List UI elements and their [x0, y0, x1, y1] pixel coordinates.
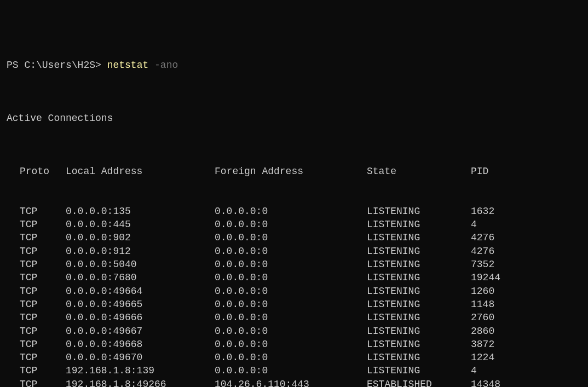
cell-local: 0.0.0.0:445	[66, 218, 215, 231]
cell-proto: TCP	[20, 271, 66, 284]
cell-local: 0.0.0.0:49666	[66, 311, 215, 324]
header-pid: PID	[471, 165, 488, 178]
table-row: TCP0.0.0.0:496650.0.0.0:0LISTENING1148	[20, 298, 581, 311]
cell-state: LISTENING	[367, 258, 471, 271]
header-local: Local Address	[66, 165, 215, 178]
cell-proto: TCP	[20, 311, 66, 324]
cell-foreign: 0.0.0.0:0	[215, 245, 367, 258]
table-row: TCP192.168.1.8:1390.0.0.0:0LISTENING4	[20, 364, 581, 377]
cell-proto: TCP	[20, 205, 66, 218]
header-foreign: Foreign Address	[215, 165, 367, 178]
cell-state: LISTENING	[367, 364, 471, 377]
table-row: TCP0.0.0.0:496680.0.0.0:0LISTENING3872	[20, 338, 581, 351]
cell-local: 0.0.0.0:49667	[66, 325, 215, 338]
cell-pid: 1148	[471, 298, 494, 311]
prompt-line[interactable]: PS C:\Users\H2S> netstat -ano	[7, 59, 581, 72]
cell-proto: TCP	[20, 285, 66, 298]
cell-pid: 4	[471, 364, 477, 377]
cell-foreign: 0.0.0.0:0	[215, 298, 367, 311]
cell-state: LISTENING	[367, 311, 471, 324]
table-row: TCP0.0.0.0:496670.0.0.0:0LISTENING2860	[20, 325, 581, 338]
cell-local: 192.168.1.8:139	[66, 364, 215, 377]
cell-proto: TCP	[20, 231, 66, 244]
cell-pid: 2760	[471, 311, 494, 324]
cell-foreign: 0.0.0.0:0	[215, 325, 367, 338]
cell-proto: TCP	[20, 298, 66, 311]
cell-proto: TCP	[20, 218, 66, 231]
cell-local: 0.0.0.0:49664	[66, 285, 215, 298]
cell-local: 0.0.0.0:7680	[66, 271, 215, 284]
cell-pid: 2860	[471, 325, 494, 338]
table-row: TCP0.0.0.0:4450.0.0.0:0LISTENING4	[20, 218, 581, 231]
table-row: TCP0.0.0.0:50400.0.0.0:0LISTENING7352	[20, 258, 581, 271]
cell-foreign: 104.26.6.110:443	[215, 378, 367, 387]
header-proto: Proto	[20, 165, 66, 178]
section-title: Active Connections	[7, 112, 581, 125]
cell-pid: 1224	[471, 351, 494, 364]
cell-foreign: 0.0.0.0:0	[215, 218, 367, 231]
cell-foreign: 0.0.0.0:0	[215, 231, 367, 244]
cell-pid: 1260	[471, 285, 494, 298]
cell-foreign: 0.0.0.0:0	[215, 258, 367, 271]
cell-foreign: 0.0.0.0:0	[215, 338, 367, 351]
table-row: TCP192.168.1.8:49266104.26.6.110:443ESTA…	[20, 378, 581, 387]
command-name: netstat	[107, 60, 149, 71]
cell-proto: TCP	[20, 338, 66, 351]
cell-foreign: 0.0.0.0:0	[215, 285, 367, 298]
table-row: TCP0.0.0.0:9020.0.0.0:0LISTENING4276	[20, 231, 581, 244]
cell-foreign: 0.0.0.0:0	[215, 271, 367, 284]
cell-local: 0.0.0.0:912	[66, 245, 215, 258]
cell-proto: TCP	[20, 364, 66, 377]
cell-state: LISTENING	[367, 245, 471, 258]
cell-proto: TCP	[20, 245, 66, 258]
cell-foreign: 0.0.0.0:0	[215, 205, 367, 218]
cell-pid: 19244	[471, 271, 500, 284]
prompt-prefix: PS C:\Users\H2S>	[7, 60, 107, 71]
table-body: TCP0.0.0.0:1350.0.0.0:0LISTENING1632TCP0…	[7, 205, 581, 387]
table-row: TCP0.0.0.0:496640.0.0.0:0LISTENING1260	[20, 285, 581, 298]
cell-local: 0.0.0.0:49668	[66, 338, 215, 351]
cell-foreign: 0.0.0.0:0	[215, 311, 367, 324]
table-header-row: ProtoLocal AddressForeign AddressStatePI…	[20, 165, 581, 178]
cell-local: 192.168.1.8:49266	[66, 378, 215, 387]
cell-proto: TCP	[20, 325, 66, 338]
cell-local: 0.0.0.0:5040	[66, 258, 215, 271]
cell-state: LISTENING	[367, 271, 471, 284]
table-row: TCP0.0.0.0:1350.0.0.0:0LISTENING1632	[20, 205, 581, 218]
cell-state: ESTABLISHED	[367, 378, 471, 387]
cell-state: LISTENING	[367, 231, 471, 244]
cell-state: LISTENING	[367, 285, 471, 298]
cell-local: 0.0.0.0:49670	[66, 351, 215, 364]
cell-pid: 3872	[471, 338, 494, 351]
cell-pid: 4	[471, 218, 477, 231]
header-state: State	[367, 165, 471, 178]
table-row: TCP0.0.0.0:496700.0.0.0:0LISTENING1224	[20, 351, 581, 364]
cell-state: LISTENING	[367, 325, 471, 338]
cell-pid: 14348	[471, 378, 500, 387]
cell-pid: 7352	[471, 258, 494, 271]
cell-state: LISTENING	[367, 205, 471, 218]
cell-local: 0.0.0.0:902	[66, 231, 215, 244]
cell-proto: TCP	[20, 378, 66, 387]
table-row: TCP0.0.0.0:76800.0.0.0:0LISTENING19244	[20, 271, 581, 284]
cell-local: 0.0.0.0:135	[66, 205, 215, 218]
cell-state: LISTENING	[367, 218, 471, 231]
cell-state: LISTENING	[367, 351, 471, 364]
cell-pid: 1632	[471, 205, 494, 218]
cell-state: LISTENING	[367, 298, 471, 311]
cell-pid: 4276	[471, 231, 494, 244]
cell-local: 0.0.0.0:49665	[66, 298, 215, 311]
cell-foreign: 0.0.0.0:0	[215, 351, 367, 364]
command-args: -ano	[148, 60, 178, 71]
cell-proto: TCP	[20, 351, 66, 364]
table-row: TCP0.0.0.0:496660.0.0.0:0LISTENING2760	[20, 311, 581, 324]
cell-state: LISTENING	[367, 338, 471, 351]
cell-proto: TCP	[20, 258, 66, 271]
table-row: TCP0.0.0.0:9120.0.0.0:0LISTENING4276	[20, 245, 581, 258]
cell-pid: 4276	[471, 245, 494, 258]
cell-foreign: 0.0.0.0:0	[215, 364, 367, 377]
